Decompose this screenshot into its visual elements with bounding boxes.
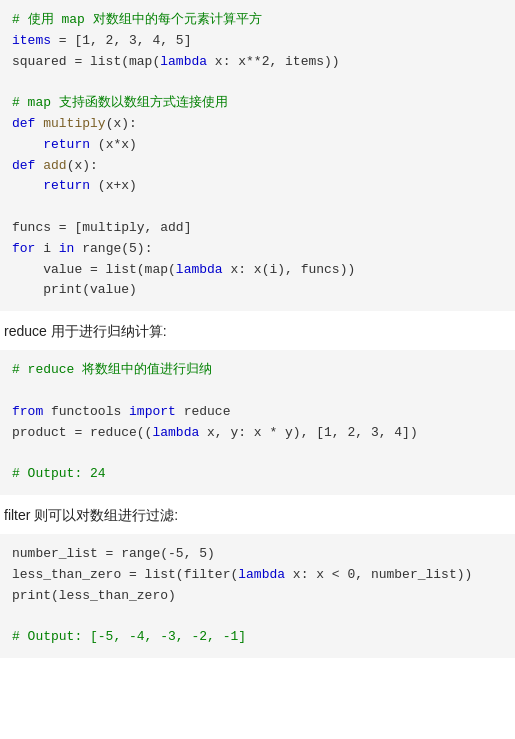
code-line: for i in range(5):: [12, 241, 152, 256]
code-line: product = reduce((lambda x, y: x * y), […: [12, 425, 418, 440]
code-line: return (x+x): [12, 178, 137, 193]
code-line: print(less_than_zero): [12, 588, 176, 603]
code-line: from functools import reduce: [12, 404, 230, 419]
code-line: items = [1, 2, 3, 4, 5]: [12, 33, 191, 48]
code-line: number_list = range(-5, 5): [12, 546, 215, 561]
code-line: return (x*x): [12, 137, 137, 152]
code-line: less_than_zero = list(filter(lambda x: x…: [12, 567, 472, 582]
app-container: # 使用 map 对数组中的每个元素计算平方 items = [1, 2, 3,…: [0, 0, 515, 658]
code-block-2: # reduce 将数组中的值进行归纳 from functools impor…: [0, 350, 515, 495]
code-line: def multiply(x):: [12, 116, 137, 131]
code-block-3: number_list = range(-5, 5) less_than_zer…: [0, 534, 515, 658]
code-block-1: # 使用 map 对数组中的每个元素计算平方 items = [1, 2, 3,…: [0, 0, 515, 311]
code-line: funcs = [multiply, add]: [12, 220, 191, 235]
code-line: value = list(map(lambda x: x(i), funcs)): [12, 262, 355, 277]
comment-line: # Output: [-5, -4, -3, -2, -1]: [12, 629, 246, 644]
heading-reduce: reduce 用于进行归纳计算:: [0, 311, 515, 350]
heading-filter-text: filter 则可以对数组进行过滤:: [4, 507, 178, 523]
comment-line: # reduce 将数组中的值进行归纳: [12, 362, 212, 377]
code-line: squared = list(map(lambda x: x**2, items…: [12, 54, 340, 69]
comment-line: # 使用 map 对数组中的每个元素计算平方: [12, 12, 262, 27]
heading-filter: filter 则可以对数组进行过滤:: [0, 495, 515, 534]
comment-line: # Output: 24: [12, 466, 106, 481]
code-line: print(value): [12, 282, 137, 297]
comment-line: # map 支持函数以数组方式连接使用: [12, 95, 228, 110]
code-line: def add(x):: [12, 158, 98, 173]
heading-reduce-text: reduce 用于进行归纳计算:: [4, 323, 167, 339]
